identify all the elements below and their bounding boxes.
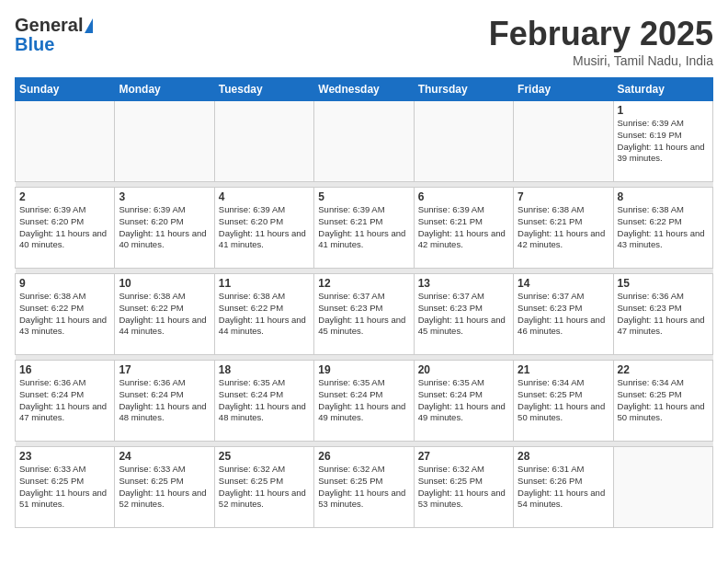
weekday-header-monday: Monday [115,78,214,101]
weekday-header-saturday: Saturday [613,78,712,101]
calendar-day-cell: 19Sunrise: 6:35 AM Sunset: 6:24 PM Dayli… [314,361,414,442]
day-number: 7 [518,190,609,203]
calendar-day-cell: 23Sunrise: 6:33 AM Sunset: 6:25 PM Dayli… [16,447,115,528]
day-info: Sunrise: 6:38 AM Sunset: 6:22 PM Dayligh… [119,291,210,338]
calendar-day-cell: 21Sunrise: 6:34 AM Sunset: 6:25 PM Dayli… [514,361,613,442]
day-info: Sunrise: 6:35 AM Sunset: 6:24 PM Dayligh… [418,377,509,424]
calendar-day-cell [115,101,214,182]
calendar-week-row: 1Sunrise: 6:39 AM Sunset: 6:19 PM Daylig… [16,101,713,182]
calendar-day-cell: 15Sunrise: 6:36 AM Sunset: 6:23 PM Dayli… [613,274,712,355]
calendar-day-cell: 12Sunrise: 6:37 AM Sunset: 6:23 PM Dayli… [314,274,414,355]
calendar-day-cell: 10Sunrise: 6:38 AM Sunset: 6:22 PM Dayli… [115,274,214,355]
day-info: Sunrise: 6:38 AM Sunset: 6:21 PM Dayligh… [518,204,609,251]
day-info: Sunrise: 6:39 AM Sunset: 6:20 PM Dayligh… [119,204,210,251]
weekday-header-tuesday: Tuesday [214,78,313,101]
day-number: 19 [318,363,409,376]
day-number: 10 [119,277,210,290]
day-number: 9 [19,277,110,290]
day-info: Sunrise: 6:37 AM Sunset: 6:23 PM Dayligh… [518,291,609,338]
weekday-header-sunday: Sunday [16,78,115,101]
logo-blue-text: Blue [15,34,54,55]
day-info: Sunrise: 6:32 AM Sunset: 6:25 PM Dayligh… [418,464,509,511]
day-number: 15 [618,277,709,290]
day-number: 24 [119,450,210,463]
calendar-day-cell: 1Sunrise: 6:39 AM Sunset: 6:19 PM Daylig… [613,101,712,182]
calendar-day-cell: 6Sunrise: 6:39 AM Sunset: 6:21 PM Daylig… [414,188,513,269]
day-info: Sunrise: 6:36 AM Sunset: 6:23 PM Dayligh… [618,291,709,338]
day-info: Sunrise: 6:34 AM Sunset: 6:25 PM Dayligh… [618,377,709,424]
weekday-header-wednesday: Wednesday [314,78,414,101]
logo-triangle-icon [85,18,93,33]
calendar-week-row: 16Sunrise: 6:36 AM Sunset: 6:24 PM Dayli… [16,361,713,442]
calendar-week-row: 2Sunrise: 6:39 AM Sunset: 6:20 PM Daylig… [16,188,713,269]
calendar-day-cell [514,101,613,182]
calendar-day-cell: 8Sunrise: 6:38 AM Sunset: 6:22 PM Daylig… [613,188,712,269]
day-info: Sunrise: 6:32 AM Sunset: 6:25 PM Dayligh… [219,464,310,511]
calendar-day-cell [314,101,414,182]
calendar-day-cell: 20Sunrise: 6:35 AM Sunset: 6:24 PM Dayli… [414,361,513,442]
day-info: Sunrise: 6:39 AM Sunset: 6:19 PM Dayligh… [618,118,709,165]
calendar-week-row: 9Sunrise: 6:38 AM Sunset: 6:22 PM Daylig… [16,274,713,355]
weekday-header-friday: Friday [514,78,613,101]
day-info: Sunrise: 6:38 AM Sunset: 6:22 PM Dayligh… [219,291,310,338]
day-number: 18 [219,363,310,376]
day-number: 8 [618,190,709,203]
logo: General Blue [15,15,93,55]
calendar-day-cell: 7Sunrise: 6:38 AM Sunset: 6:21 PM Daylig… [514,188,613,269]
calendar-day-cell: 13Sunrise: 6:37 AM Sunset: 6:23 PM Dayli… [414,274,513,355]
calendar-day-cell: 16Sunrise: 6:36 AM Sunset: 6:24 PM Dayli… [16,361,115,442]
calendar-day-cell: 27Sunrise: 6:32 AM Sunset: 6:25 PM Dayli… [414,447,513,528]
calendar-day-cell: 11Sunrise: 6:38 AM Sunset: 6:22 PM Dayli… [214,274,313,355]
calendar-day-cell [16,101,115,182]
calendar-week-row: 23Sunrise: 6:33 AM Sunset: 6:25 PM Dayli… [16,447,713,528]
calendar-day-cell: 28Sunrise: 6:31 AM Sunset: 6:26 PM Dayli… [514,447,613,528]
day-number: 27 [418,450,509,463]
day-info: Sunrise: 6:36 AM Sunset: 6:24 PM Dayligh… [119,377,210,424]
calendar-day-cell: 4Sunrise: 6:39 AM Sunset: 6:20 PM Daylig… [214,188,313,269]
day-number: 12 [318,277,409,290]
calendar-day-cell: 9Sunrise: 6:38 AM Sunset: 6:22 PM Daylig… [16,274,115,355]
calendar-day-cell: 25Sunrise: 6:32 AM Sunset: 6:25 PM Dayli… [214,447,313,528]
day-number: 21 [518,363,609,376]
calendar-day-cell: 2Sunrise: 6:39 AM Sunset: 6:20 PM Daylig… [16,188,115,269]
calendar-day-cell: 26Sunrise: 6:32 AM Sunset: 6:25 PM Dayli… [314,447,414,528]
day-number: 16 [19,363,110,376]
calendar-day-cell [214,101,313,182]
day-info: Sunrise: 6:38 AM Sunset: 6:22 PM Dayligh… [618,204,709,251]
calendar-day-cell: 24Sunrise: 6:33 AM Sunset: 6:25 PM Dayli… [115,447,214,528]
calendar-day-cell: 5Sunrise: 6:39 AM Sunset: 6:21 PM Daylig… [314,188,414,269]
day-number: 4 [219,190,310,203]
day-number: 26 [318,450,409,463]
day-info: Sunrise: 6:39 AM Sunset: 6:21 PM Dayligh… [418,204,509,251]
day-number: 22 [618,363,709,376]
day-number: 20 [418,363,509,376]
day-info: Sunrise: 6:39 AM Sunset: 6:21 PM Dayligh… [318,204,409,251]
location-subtitle: Musiri, Tamil Nadu, India [489,53,713,68]
day-info: Sunrise: 6:35 AM Sunset: 6:24 PM Dayligh… [318,377,409,424]
calendar-day-cell: 14Sunrise: 6:37 AM Sunset: 6:23 PM Dayli… [514,274,613,355]
title-block: February 2025 Musiri, Tamil Nadu, India [489,15,713,68]
day-info: Sunrise: 6:37 AM Sunset: 6:23 PM Dayligh… [318,291,409,338]
calendar-day-cell [613,447,712,528]
calendar-day-cell: 3Sunrise: 6:39 AM Sunset: 6:20 PM Daylig… [115,188,214,269]
calendar-day-cell: 18Sunrise: 6:35 AM Sunset: 6:24 PM Dayli… [214,361,313,442]
day-info: Sunrise: 6:37 AM Sunset: 6:23 PM Dayligh… [418,291,509,338]
day-info: Sunrise: 6:33 AM Sunset: 6:25 PM Dayligh… [119,464,210,511]
calendar-table: SundayMondayTuesdayWednesdayThursdayFrid… [15,77,713,528]
day-info: Sunrise: 6:35 AM Sunset: 6:24 PM Dayligh… [219,377,310,424]
day-number: 23 [19,450,110,463]
day-number: 3 [119,190,210,203]
day-info: Sunrise: 6:33 AM Sunset: 6:25 PM Dayligh… [19,464,110,511]
page-header: General Blue February 2025 Musiri, Tamil… [15,15,713,68]
day-number: 25 [219,450,310,463]
day-number: 6 [418,190,509,203]
day-number: 1 [618,104,709,117]
day-number: 13 [418,277,509,290]
day-number: 2 [19,190,110,203]
calendar-header-row: SundayMondayTuesdayWednesdayThursdayFrid… [16,78,713,101]
day-info: Sunrise: 6:39 AM Sunset: 6:20 PM Dayligh… [219,204,310,251]
day-info: Sunrise: 6:39 AM Sunset: 6:20 PM Dayligh… [19,204,110,251]
month-year-title: February 2025 [489,15,713,53]
day-info: Sunrise: 6:38 AM Sunset: 6:22 PM Dayligh… [19,291,110,338]
calendar-day-cell: 17Sunrise: 6:36 AM Sunset: 6:24 PM Dayli… [115,361,214,442]
